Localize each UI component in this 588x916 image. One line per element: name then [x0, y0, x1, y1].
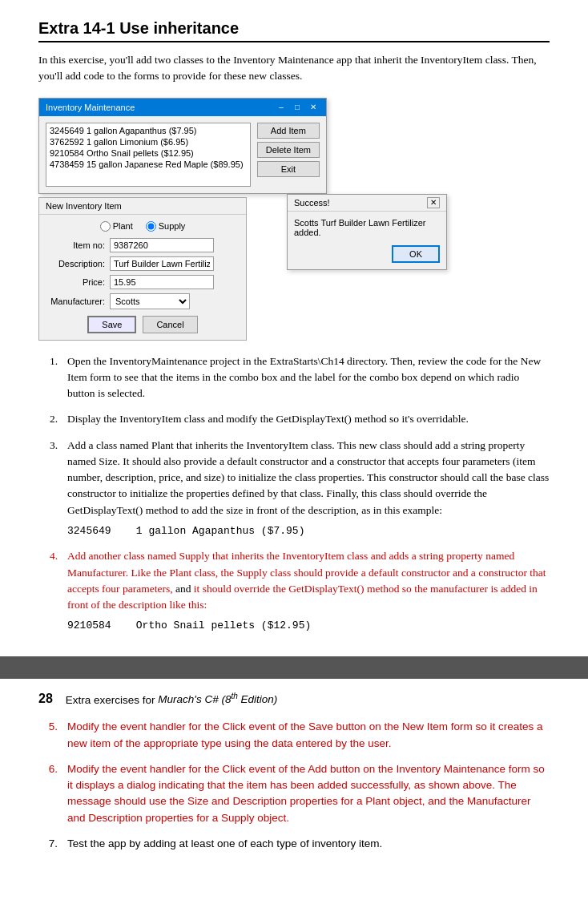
- exercise-5-content: Modify the event handler for the Click e…: [67, 719, 550, 752]
- exercise-4-content: Add another class named Supply that inhe…: [67, 548, 550, 634]
- main-window-buttons: Add Item Delete Item Exit: [257, 123, 320, 187]
- exercise-1-content: Open the InventoryMaintenance project in…: [67, 353, 550, 402]
- main-window: Inventory Maintenance – □ ✕ 3245649 1 ga…: [38, 98, 327, 194]
- success-ok-row: OK: [294, 245, 440, 263]
- delete-item-button[interactable]: Delete Item: [257, 142, 320, 158]
- exercise-4: 4. Add another class named Supply that i…: [38, 548, 550, 634]
- exercise-2-num: 2.: [38, 411, 58, 427]
- ui-screenshot-container: Inventory Maintenance – □ ✕ 3245649 1 ga…: [38, 98, 550, 341]
- success-title: Success!: [294, 198, 330, 208]
- description-input[interactable]: [110, 256, 214, 271]
- ok-button[interactable]: OK: [392, 245, 440, 263]
- close-button[interactable]: ✕: [307, 102, 320, 113]
- exercise-3-content: Add a class named Plant that inherits th…: [67, 438, 550, 539]
- radio-group: Plant Supply: [46, 221, 240, 232]
- supply-radio-label[interactable]: Supply: [146, 221, 186, 232]
- intro-paragraph: In this exercise, you'll add two classes…: [38, 52, 550, 85]
- plant-radio[interactable]: [100, 221, 111, 232]
- success-titlebar: Success! ✕: [288, 195, 446, 212]
- minimize-button[interactable]: –: [275, 102, 288, 113]
- price-input[interactable]: [110, 275, 214, 289]
- exercise-3-code: 3245649 1 gallon Agapanthus ($7.95): [67, 523, 550, 539]
- new-item-dialog: New Inventory Item Plant Supply Item no:: [38, 197, 247, 341]
- new-item-body: Plant Supply Item no: Description:: [39, 215, 246, 340]
- exercise-5: 5. Modify the event handler for the Clic…: [38, 719, 550, 752]
- main-window-body: 3245649 1 gallon Agapanthus ($7.95) 3762…: [39, 116, 326, 193]
- exit-button[interactable]: Exit: [257, 161, 320, 177]
- item-no-label: Item no:: [46, 240, 110, 250]
- new-item-title: New Inventory Item: [39, 198, 246, 215]
- manufacturer-label: Manufacturer:: [46, 297, 110, 306]
- description-row: Description:: [46, 256, 240, 271]
- inventory-listbox[interactable]: 3245649 1 gallon Agapanthus ($7.95) 3762…: [46, 123, 251, 187]
- page-number: 28: [38, 692, 53, 706]
- exercise-5-num: 5.: [38, 719, 58, 752]
- exercise-6: 6. Modify the event handler for the Clic…: [38, 761, 550, 826]
- exercise-6-content: Modify the event handler for the Click e…: [67, 761, 550, 826]
- list-item[interactable]: 3762592 1 gallon Limonium ($6.95): [48, 136, 248, 147]
- supply-label: Supply: [159, 221, 186, 231]
- price-row: Price:: [46, 275, 240, 289]
- exercise-7-num: 7.: [38, 836, 58, 852]
- exercise-list: 1. Open the InventoryMaintenance project…: [38, 353, 550, 634]
- list-item[interactable]: 9210584 Ortho Snail pellets ($12.95): [48, 147, 248, 159]
- page-top: Extra 14-1 Use inheritance In this exerc…: [0, 0, 588, 656]
- exercise-6-num: 6.: [38, 761, 58, 826]
- success-dialog: Success! ✕ Scotts Turf Builder Lawn Fert…: [287, 194, 447, 270]
- price-label: Price:: [46, 277, 110, 287]
- list-item[interactable]: 3245649 1 gallon Agapanthus ($7.95): [48, 125, 248, 136]
- form-buttons: Save Cancel: [46, 316, 240, 333]
- exercise-7-content: Test the app by adding at least one of e…: [67, 836, 550, 852]
- add-item-button[interactable]: Add Item: [257, 123, 320, 139]
- exercise-1: 1. Open the InventoryMaintenance project…: [38, 353, 550, 402]
- supply-radio[interactable]: [146, 221, 156, 232]
- exercise-3-num: 3.: [38, 438, 58, 539]
- plant-radio-label[interactable]: Plant: [100, 221, 133, 232]
- description-label: Description:: [46, 259, 110, 268]
- item-no-row: Item no:: [46, 238, 240, 252]
- separator-bar: [0, 656, 588, 679]
- exercise-1-num: 1.: [38, 353, 58, 402]
- bottom-exercise-list: 5. Modify the event handler for the Clic…: [38, 719, 550, 852]
- plant-label: Plant: [113, 221, 133, 231]
- manufacturer-select[interactable]: Scotts: [110, 293, 190, 309]
- save-button[interactable]: Save: [87, 316, 136, 333]
- exercise-7: 7. Test the app by adding at least one o…: [38, 836, 550, 852]
- restore-button[interactable]: □: [291, 102, 304, 113]
- item-no-input[interactable]: [110, 238, 214, 252]
- exercise-4-code: 9210584 Ortho Snail pellets ($12.95): [67, 618, 550, 634]
- main-window-titlebar: Inventory Maintenance – □ ✕: [39, 99, 326, 116]
- page-title: Extra 14-1 Use inheritance: [38, 19, 550, 42]
- success-close-button[interactable]: ✕: [427, 197, 440, 208]
- manufacturer-row: Manufacturer: Scotts: [46, 293, 240, 309]
- exercise-2: 2. Display the InventoryItem class and m…: [38, 411, 550, 427]
- success-body: Scotts Turf Builder Lawn Fertilizer adde…: [288, 212, 446, 269]
- page-num-row: 28 Extra exercises for Murach's C# (8th …: [38, 692, 550, 707]
- exercise-3: 3. Add a class named Plant that inherits…: [38, 438, 550, 539]
- exercise-2-content: Display the InventoryItem class and modi…: [67, 411, 550, 427]
- window-controls: – □ ✕: [275, 102, 320, 113]
- list-item[interactable]: 4738459 15 gallon Japanese Red Maple ($8…: [48, 159, 248, 170]
- success-message: Scotts Turf Builder Lawn Fertilizer adde…: [294, 218, 440, 237]
- page-subtitle: Extra exercises for Murach's C# (8th Edi…: [66, 692, 278, 706]
- cancel-button[interactable]: Cancel: [143, 316, 197, 333]
- page-section: 28 Extra exercises for Murach's C# (8th …: [0, 679, 588, 881]
- main-window-title: Inventory Maintenance: [46, 103, 135, 112]
- exercise-4-num: 4.: [38, 548, 58, 634]
